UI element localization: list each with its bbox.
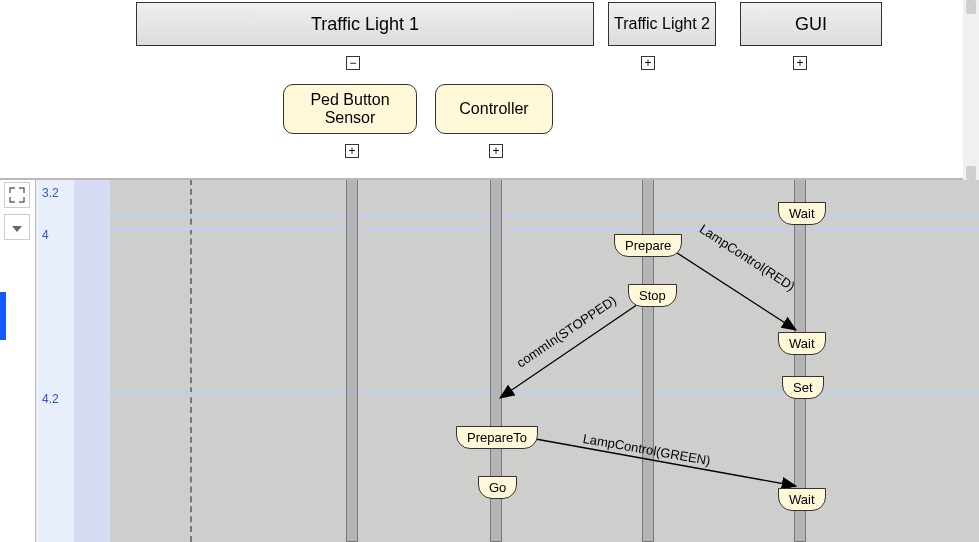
lane-label: Traffic Light 2 bbox=[614, 15, 710, 33]
sync-line bbox=[110, 214, 979, 216]
actor-label: Ped Button Sensor bbox=[290, 91, 410, 127]
expand-icon-tl2[interactable]: + bbox=[641, 56, 655, 70]
activation-ped bbox=[346, 150, 358, 542]
expand-icon-gui[interactable]: + bbox=[793, 56, 807, 70]
state-prepare-to[interactable]: PrepareTo bbox=[456, 426, 538, 449]
lane-traffic-light-1[interactable]: Traffic Light 1 bbox=[136, 2, 594, 46]
expand-icon-ped[interactable]: + bbox=[345, 144, 359, 158]
scroll-top-icon[interactable] bbox=[4, 214, 30, 240]
state-prepare[interactable]: Prepare bbox=[614, 234, 682, 257]
state-go[interactable]: Go bbox=[478, 476, 517, 499]
lane-gui[interactable]: GUI bbox=[740, 2, 882, 46]
header-pane: Traffic Light 1 − Traffic Light 2 + GUI … bbox=[0, 0, 979, 180]
time-mark: 4.2 bbox=[42, 392, 59, 406]
sync-line bbox=[110, 228, 979, 230]
actor-ped-button-sensor[interactable]: Ped Button Sensor bbox=[283, 84, 417, 134]
header-scrollbar[interactable] bbox=[963, 0, 979, 180]
time-mark: 3.2 bbox=[42, 186, 59, 200]
time-column[interactable]: 3.2 4 4.2 bbox=[36, 180, 110, 542]
collapse-icon-tl1[interactable]: − bbox=[346, 56, 360, 70]
actor-label: Controller bbox=[459, 100, 528, 118]
time-mark: 4 bbox=[42, 228, 49, 242]
time-column-active bbox=[74, 180, 110, 542]
state-wait[interactable]: Wait bbox=[778, 202, 826, 225]
lane-label: GUI bbox=[795, 14, 827, 35]
lane-label: Traffic Light 1 bbox=[311, 14, 419, 35]
ruler-gutter bbox=[0, 180, 36, 542]
state-wait[interactable]: Wait bbox=[778, 488, 826, 511]
lane-traffic-light-2[interactable]: Traffic Light 2 bbox=[608, 2, 716, 46]
ruler-cursor[interactable] bbox=[0, 292, 6, 340]
expand-icon-controller[interactable]: + bbox=[489, 144, 503, 158]
state-wait[interactable]: Wait bbox=[778, 332, 826, 355]
fit-icon[interactable] bbox=[4, 182, 30, 208]
state-set[interactable]: Set bbox=[782, 376, 824, 399]
actor-controller[interactable]: Controller bbox=[435, 84, 553, 134]
state-stop[interactable]: Stop bbox=[628, 284, 677, 307]
sync-line bbox=[110, 392, 979, 394]
